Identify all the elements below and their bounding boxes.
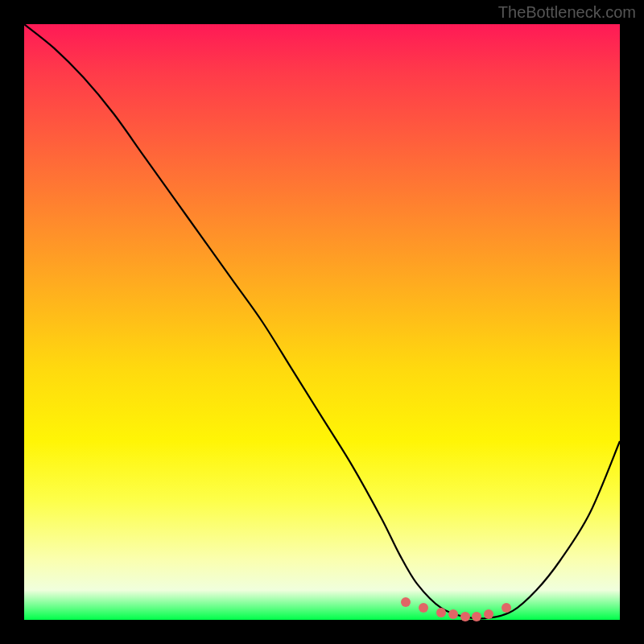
marker-dot [401,597,411,607]
watermark-text: TheBottleneck.com [498,3,636,22]
bottleneck-curve [24,24,620,620]
marker-dot [419,603,428,613]
marker-dot [436,608,446,617]
marker-dot [502,603,511,613]
marker-dot [484,609,493,619]
marker-dot [460,612,470,621]
marker-dot [448,609,458,619]
marker-dot [472,612,481,621]
chart-plot-area [24,24,620,620]
